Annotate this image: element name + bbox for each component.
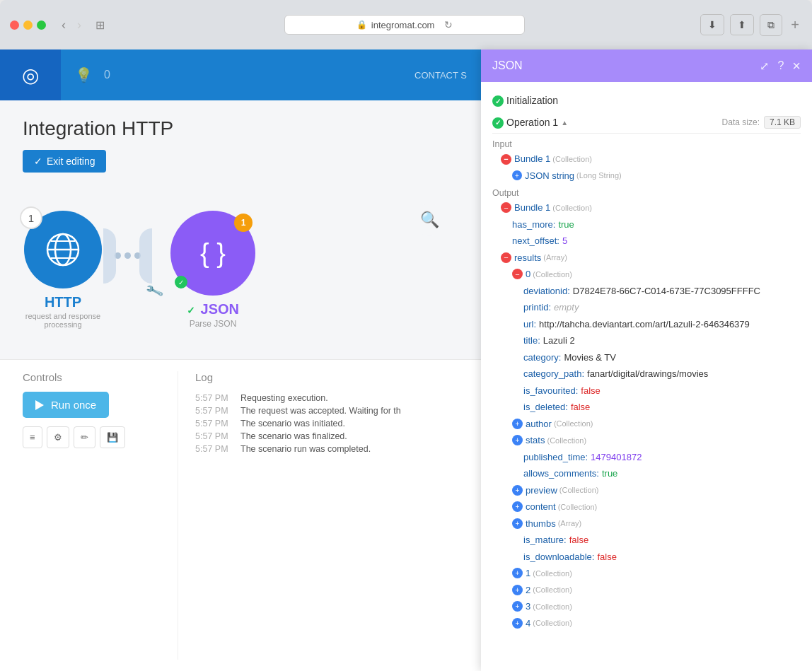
json-string-row[interactable]: + JSON string (Long String) [492, 168, 801, 185]
category-path-value: fanart/digital/drawings/movies [587, 367, 708, 381]
forward-button[interactable]: › [73, 16, 86, 34]
json-badge: 1 [234, 214, 253, 232]
is-downloadable-row: is_downloadable: false [492, 549, 801, 566]
next-offset-key: next_offset: [512, 234, 559, 248]
idx1-key: 1 [526, 566, 530, 580]
is-favourited-key: is_favourited: [523, 384, 578, 398]
back-button[interactable]: ‹ [57, 16, 70, 34]
bundle1-input-type: (Collection) [552, 153, 592, 165]
log-time-2: 5:57 PM [195, 406, 232, 416]
content-icon: + [512, 501, 523, 512]
category-row: category: Movies & TV [492, 349, 801, 366]
http-node-wrapper[interactable]: 1 HTTP request and response processing [17, 211, 109, 329]
next-offset-value: 5 [562, 234, 567, 248]
minimize-traffic-light[interactable] [23, 21, 33, 30]
maximize-traffic-light[interactable] [37, 21, 46, 30]
is-favourited-row: is_favourited: false [492, 383, 801, 399]
idx2-icon: + [512, 585, 523, 595]
settings-icon-button[interactable]: ⚙ [47, 426, 69, 448]
allows-comments-key: allows_comments: [523, 467, 599, 481]
wrench-icon: 🔧 [144, 281, 164, 301]
log-text-5: The scenario run was completed. [240, 444, 371, 454]
content-type: (Collection) [558, 501, 598, 513]
http-node-circle[interactable]: 1 [24, 211, 102, 288]
idx0-type: (Collection) [533, 269, 572, 281]
search-floating-btn[interactable]: 🔍 [413, 204, 446, 236]
stats-row[interactable]: + stats (Collection) [492, 432, 801, 449]
title-value: Lazuli 2 [543, 334, 575, 348]
initialization-row[interactable]: ✓ Initialization [492, 89, 801, 112]
data-size-value: 7.1 KB [764, 116, 801, 129]
idx0-row[interactable]: − 0 (Collection) [492, 266, 801, 283]
bundle1-output-icon: − [501, 202, 511, 213]
printid-key: printid: [523, 301, 551, 315]
idx3-row[interactable]: + 3 (Collection) [492, 598, 801, 615]
json-node-circle[interactable]: { } 1 ✓ [170, 211, 255, 296]
preview-icon: + [512, 485, 523, 496]
allows-comments-value: true [602, 467, 617, 481]
printid-row: printid: empty [492, 299, 801, 316]
expand-icon-button[interactable]: ⤢ [760, 59, 769, 73]
edit-icon-button[interactable]: ✏ [74, 426, 95, 448]
log-entries: 5:57 PM Requesting execution. 5:57 PM Th… [195, 392, 458, 455]
results-row[interactable]: − results (Array) [492, 250, 801, 267]
deviationid-key: deviationid: [523, 284, 570, 298]
input-section-header: Input [492, 135, 801, 151]
printid-value: empty [554, 301, 579, 315]
url-row: url: http://tahcha.deviantart.com/art/La… [492, 316, 801, 333]
idx1-type: (Collection) [533, 568, 572, 580]
idx2-row[interactable]: + 2 (Collection) [492, 582, 801, 599]
save-icon-button[interactable]: 💾 [100, 426, 125, 448]
help-icon-button[interactable]: ? [777, 59, 784, 72]
run-once-label: Run once [51, 399, 96, 411]
published-time-value: 1479401872 [591, 450, 642, 465]
url-key: url: [523, 317, 536, 332]
address-bar[interactable]: 🔒 integromat.com ↻ [284, 15, 525, 35]
json-node-wrapper[interactable]: { } 1 ✓ ✓ JSON Parse JSON [170, 211, 255, 329]
thumbs-row[interactable]: + thumbs (Array) [492, 515, 801, 532]
content-area: Integration HTTP ✓ Exit editing [0, 100, 481, 189]
nav-buttons: ‹ › [57, 16, 86, 34]
run-once-button[interactable]: Run once [23, 392, 109, 418]
stats-icon: + [512, 435, 523, 445]
sidebar-toggle-button[interactable]: ⊞ [91, 17, 109, 33]
json-check-label: ✓ [187, 305, 195, 316]
content-row[interactable]: + content (Collection) [492, 498, 801, 515]
is-deleted-key: is_deleted: [523, 400, 568, 414]
exit-editing-button[interactable]: ✓ Exit editing [23, 150, 106, 173]
title-key: title: [523, 334, 540, 348]
idx1-row[interactable]: + 1 (Collection) [492, 565, 801, 582]
http-node-label: HTTP request and response processing [17, 294, 109, 329]
operation1-toggle[interactable]: ▲ [561, 119, 568, 127]
bundle1-input-row[interactable]: − Bundle 1 (Collection) [492, 151, 801, 168]
operation-row[interactable]: ✓ Operation 1 ▲ Data size: 7.1 KB [492, 112, 801, 132]
log-text-1: Requesting execution. [240, 393, 328, 403]
http-sublabel: request and response processing [17, 312, 109, 329]
idx2-key: 2 [526, 583, 530, 597]
browser-action-buttons: ⬇ ⬆ ⧉ + [700, 14, 802, 36]
author-row[interactable]: + author (Collection) [492, 416, 801, 433]
share-button[interactable]: ⬆ [730, 14, 754, 35]
top-nav: ◎ 💡 0 CONTACT S [0, 49, 481, 100]
published-time-key: published_time: [523, 450, 588, 465]
is-mature-key: is_mature: [523, 533, 567, 547]
log-time-1: 5:57 PM [195, 393, 232, 403]
idx4-row[interactable]: + 4 (Collection) [492, 615, 801, 632]
close-traffic-light[interactable] [10, 21, 19, 30]
output-section-header: Output [492, 184, 801, 199]
close-icon-button[interactable]: × [792, 58, 801, 74]
log-entry-5: 5:57 PM The scenario run was completed. [195, 443, 458, 455]
list-icon-button[interactable]: ≡ [23, 426, 42, 448]
log-text-2: The request was accepted. Waiting for th [240, 406, 401, 416]
checkmark-icon: ✓ [34, 156, 42, 167]
preview-row[interactable]: + preview (Collection) [492, 482, 801, 499]
bundle1-output-row[interactable]: − Bundle 1 (Collection) [492, 199, 801, 216]
new-window-button[interactable]: ⧉ [760, 14, 782, 36]
new-tab-button[interactable]: + [788, 17, 802, 33]
log-entry-4: 5:57 PM The scenario was finalized. [195, 430, 458, 443]
left-panel: ◎ 💡 0 CONTACT S Integration HTTP ✓ Exit … [0, 49, 481, 671]
idx0-icon: − [512, 269, 523, 279]
download-button[interactable]: ⬇ [700, 14, 724, 35]
content-key: content [526, 500, 556, 514]
refresh-icon[interactable]: ↻ [444, 19, 453, 30]
